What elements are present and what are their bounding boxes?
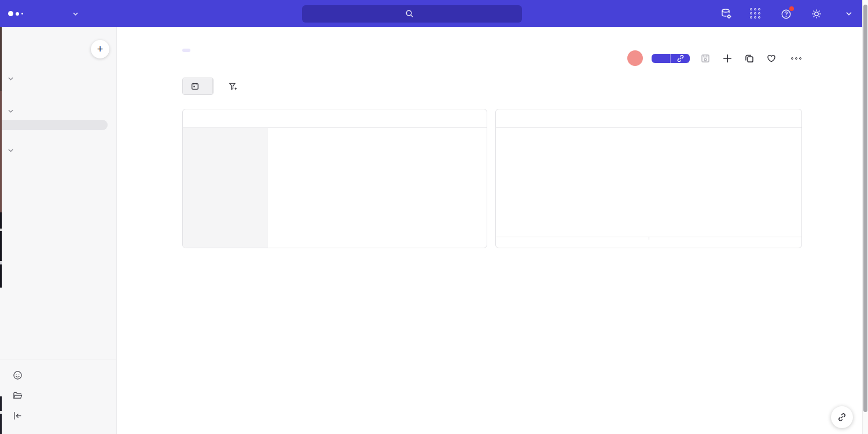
section-header-created[interactable] — [0, 145, 116, 156]
sidebar-item-public-podcast-data[interactable] — [0, 120, 108, 130]
chevron-down-icon — [73, 12, 78, 16]
global-search-input[interactable] — [302, 5, 522, 23]
axis-tick — [649, 237, 649, 240]
floating-link-button[interactable] — [831, 406, 853, 428]
calendar-icon — [191, 82, 199, 90]
card-new-episodes-by-generator — [182, 109, 487, 248]
x-axis — [496, 237, 801, 245]
sidebar: + — [0, 27, 117, 434]
card-new-episodes-found — [495, 109, 802, 248]
share-button[interactable] — [652, 54, 670, 63]
chevron-down-icon — [8, 149, 13, 152]
apps-grid-icon[interactable] — [750, 8, 763, 20]
top-navbar — [0, 0, 862, 27]
project-switcher[interactable] — [840, 12, 852, 16]
folder-icon — [13, 391, 23, 400]
collapse-icon — [13, 411, 23, 421]
bar-chart — [183, 128, 487, 248]
scrollbar-thumb[interactable] — [863, 5, 867, 412]
page-scrollbar — [862, 0, 868, 434]
chevron-down-icon — [846, 12, 852, 16]
sidebar-item-public-podcast-data[interactable] — [0, 159, 108, 170]
copy-link-button[interactable] — [670, 54, 690, 63]
line-chart-svg — [498, 139, 799, 234]
search-icon — [405, 9, 414, 18]
duplicate-icon — [745, 54, 754, 63]
save-icon — [701, 54, 710, 63]
save-button[interactable] — [701, 54, 714, 63]
bar-chart-rows — [183, 128, 487, 134]
sidebar-footer — [0, 359, 116, 434]
app-logo[interactable] — [8, 11, 31, 16]
main-content — [117, 27, 862, 434]
favorite-button[interactable] — [767, 54, 780, 63]
gear-icon[interactable] — [810, 8, 823, 20]
most-viewed-dashboards-link[interactable] — [0, 365, 116, 385]
chevron-down-icon — [8, 77, 13, 80]
filter-button[interactable] — [229, 82, 243, 91]
add-dashboard-button[interactable]: + — [91, 40, 109, 58]
favorites-empty-note — [0, 84, 116, 91]
data-sources-icon[interactable] — [720, 8, 733, 20]
link-icon — [837, 412, 847, 422]
sidebar-section-recent — [0, 106, 116, 130]
date-range-control — [182, 78, 214, 95]
visibility-badge — [182, 49, 190, 52]
plus-icon — [723, 54, 732, 63]
chart-legend — [496, 128, 801, 139]
duplicate-button[interactable] — [745, 54, 758, 63]
date-range-picker[interactable] — [183, 78, 213, 94]
nav-item-reports[interactable] — [69, 12, 78, 16]
sidebar-section-created — [0, 145, 116, 170]
add-report-button[interactable] — [723, 54, 736, 63]
filter-icon — [229, 82, 238, 91]
more-options-button[interactable] — [791, 57, 801, 60]
heart-icon — [767, 54, 776, 63]
sidebar-section-favorites — [0, 73, 116, 91]
line-chart — [496, 139, 801, 237]
legend-swatch — [644, 133, 649, 138]
section-header-favorites[interactable] — [0, 73, 116, 84]
chevron-down-icon — [8, 109, 13, 113]
smiley-icon — [13, 370, 23, 380]
all-dashboards-link[interactable] — [0, 385, 116, 406]
collapse-sidebar-button[interactable] — [0, 406, 116, 426]
avatar[interactable] — [627, 50, 643, 66]
help-icon[interactable] — [780, 8, 793, 20]
section-header-recent[interactable] — [0, 106, 116, 116]
notification-badge — [789, 6, 794, 11]
link-icon — [676, 54, 685, 63]
